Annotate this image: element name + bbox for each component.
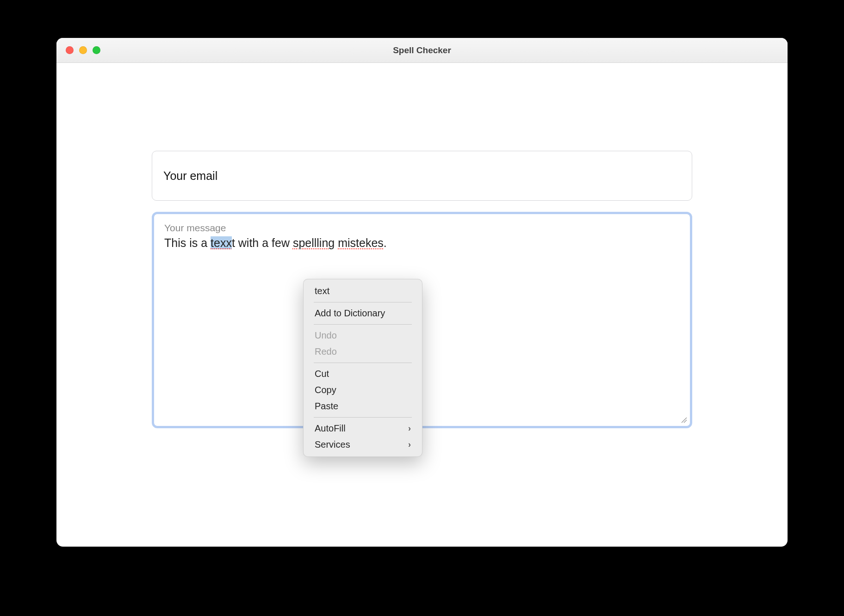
- title-bar: Spell Checker: [56, 38, 788, 63]
- menu-item-label: Paste: [315, 401, 338, 412]
- menu-item-paste[interactable]: Paste: [304, 398, 422, 414]
- misspelled-word-3[interactable]: mistekes: [338, 236, 384, 249]
- menu-item-copy[interactable]: Copy: [304, 382, 422, 398]
- menu-item-services[interactable]: Services ›: [304, 437, 422, 453]
- menu-item-suggestion-text[interactable]: text: [304, 283, 422, 299]
- menu-item-label: Redo: [315, 346, 337, 357]
- zoom-window-button[interactable]: [93, 46, 100, 54]
- menu-item-label: Copy: [315, 385, 336, 395]
- selected-misspelled-word[interactable]: texx: [211, 236, 232, 249]
- menu-item-label: Add to Dictionary: [315, 308, 385, 319]
- menu-divider: [314, 302, 412, 302]
- menu-item-add-to-dictionary[interactable]: Add to Dictionary: [304, 305, 422, 321]
- window-title: Spell Checker: [393, 45, 451, 55]
- message-text-content[interactable]: This is a texxt with a few spellling mis…: [164, 235, 680, 251]
- email-placeholder: Your email: [163, 169, 217, 183]
- menu-divider: [314, 363, 412, 363]
- svg-line-0: [682, 418, 687, 423]
- text-mid1: t with a few: [232, 236, 293, 249]
- menu-item-undo: Undo: [304, 327, 422, 344]
- context-menu: text Add to Dictionary Undo Redo Cut Cop…: [303, 279, 422, 457]
- chevron-right-icon: ›: [408, 440, 411, 450]
- menu-item-label: Services: [315, 439, 350, 450]
- misspelled-word-2[interactable]: spellling: [293, 236, 335, 249]
- window-controls: [66, 46, 100, 54]
- chevron-right-icon: ›: [408, 424, 411, 433]
- menu-item-cut[interactable]: Cut: [304, 366, 422, 382]
- text-suffix: .: [384, 236, 387, 249]
- menu-item-label: Cut: [315, 369, 329, 379]
- app-window: Spell Checker Your email Your message Th…: [56, 38, 788, 547]
- text-prefix: This is a: [164, 236, 211, 249]
- resize-handle-icon[interactable]: [681, 417, 687, 423]
- minimize-window-button[interactable]: [79, 46, 87, 54]
- close-window-button[interactable]: [66, 46, 74, 54]
- email-field[interactable]: Your email: [152, 151, 692, 201]
- menu-item-redo: Redo: [304, 344, 422, 360]
- menu-divider: [314, 324, 412, 325]
- menu-item-label: AutoFill: [315, 423, 346, 434]
- menu-item-label: Undo: [315, 330, 337, 341]
- menu-item-autofill[interactable]: AutoFill ›: [304, 420, 422, 437]
- menu-divider: [314, 417, 412, 418]
- message-label: Your message: [164, 222, 680, 234]
- menu-item-label: text: [315, 286, 329, 296]
